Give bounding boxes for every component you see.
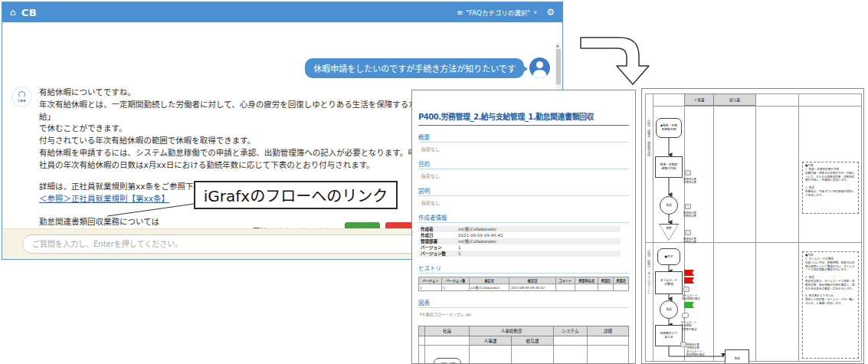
faq-selector-label: "FAQカテゴリの選択" <box>466 8 530 17</box>
scroll-up-icon[interactable]: ▲ <box>556 43 559 48</box>
note-caption: 残業申請書 休暇申請書 <box>683 212 696 218</box>
author-key: 作成者 <box>418 226 458 232</box>
section-overview-label: 概要 <box>418 133 629 143</box>
document-note-icon <box>685 170 691 175</box>
note-caption: タイムカード 勤怠情報 時刻等を確認 <box>681 321 696 331</box>
author-key: 作成日 <box>418 232 458 238</box>
flow-monthly-start-node: ●月次 <box>657 248 680 265</box>
history-row: 1 1 xx(株)Collaborator 2021-08-09 09:46:4… <box>419 284 629 291</box>
flow-header-hr: 人事課 <box>684 93 714 106</box>
author-key: バージョン数 <box>418 251 458 257</box>
flow-process-collect: 申請書のとり まとめ <box>655 325 683 346</box>
history-col: 修正日 <box>509 277 555 284</box>
work-note-box-2: ■作業 1. タイムカードの整理 社員ごとに月初、勤務時間、残業又は休暇分類等に… <box>802 251 859 359</box>
author-val: 2021-08-09 09:46:42 <box>458 233 503 238</box>
section-description-label: 説明 <box>418 186 629 196</box>
figure-file-name: P4-勤怠フロー・テンプレ.igx <box>420 311 629 316</box>
document-title: P400.労務管理_2.給与支給管理_1.勤怠関連書類回収 <box>418 110 629 126</box>
history-col: 修正者 <box>469 277 509 284</box>
document-note-icon <box>683 287 689 292</box>
history-cell <box>598 284 614 291</box>
history-col: バージョン数 <box>442 277 470 284</box>
section-purpose-label: 目的 <box>418 159 629 169</box>
user-message-row: 休暇申請をしたいのですが手続き方法が知りたいです <box>305 57 550 78</box>
lane-hr-dept: 人事総務部 <box>470 326 554 336</box>
history-cell: xx(株)Collaborator <box>469 284 509 291</box>
history-col: 承認者 <box>614 277 629 284</box>
home-icon[interactable]: ⌂ <box>10 7 16 18</box>
history-cell <box>575 284 598 291</box>
document-note-icon <box>680 342 686 347</box>
history-cell <box>555 284 575 291</box>
flow-preview-table: 社員 人事総務部 システム 詳細 人事課 給与課 ◆残業・休暇 申請発生時 <box>418 326 629 364</box>
comment-bubble-icon <box>682 313 689 318</box>
section-author-label: 作成者情報 <box>418 213 629 223</box>
user-message-bubble: 休暇申請をしたいのですが手続き方法が知りたいです <box>305 58 524 78</box>
flow-approval-node-1: 承認 <box>660 196 678 215</box>
lane-label-top: 社員（残業・休暇申請） <box>646 120 650 234</box>
bot-avatar-icon: CBB <box>11 87 32 107</box>
history-cell: 2021-08-09 09:46:42 <box>509 284 555 291</box>
history-col: 承認申込者 <box>575 277 598 284</box>
history-col: バージョン <box>419 277 442 284</box>
document-note-icon <box>685 230 691 235</box>
author-val: xx(株)Collaborator <box>458 226 496 232</box>
section-figure-label: 図表 <box>418 298 629 308</box>
author-val: xx(株)Collaborator <box>458 238 496 244</box>
note-caption: 残業申請書 休暇申請書 <box>683 238 696 244</box>
work-rules-link[interactable]: ＜参照＞正社員就業規則【第xx条】 <box>39 194 169 203</box>
history-cell: 1 <box>419 284 442 291</box>
igrafx-document-panel: P400.労務管理_2.給与支給管理_1.勤怠関連書類回収 概要 指定なし 目的… <box>411 90 636 364</box>
author-info-table: 作成者xx(株)Collaborator 作成日2021-08-09 09:46… <box>418 226 621 257</box>
section-history-label: ヒストリ <box>418 264 629 274</box>
user-avatar-icon <box>529 57 550 78</box>
sublane-payroll: 給与課 <box>512 336 554 346</box>
menu-icon: ≡ <box>457 8 463 17</box>
red-flag-icon <box>684 277 694 284</box>
chat-header: ⌂ CB ≡ "FAQカテゴリの選択" ∨ ⚙ <box>2 2 562 22</box>
author-key: 管理部署 <box>418 238 458 244</box>
section-purpose-value: 指定なし <box>421 172 629 179</box>
note-caption: 残業申請書 休暇申請書 <box>683 178 696 185</box>
flow-storage-node: 保管 <box>663 226 675 230</box>
lane-label-bottom: 社員（勤怠・タイムカード） <box>646 250 650 357</box>
bot-avatar-label: CBB <box>18 99 26 103</box>
elbow-arrow-shape <box>576 31 660 90</box>
red-flag-icon <box>684 270 694 276</box>
flow-approval-node-2: 承認 <box>660 300 678 319</box>
annotation-callout: iGrafxのフローへのリンク <box>194 181 398 209</box>
annotation-text: iGrafxのフローへのリンク <box>204 184 388 206</box>
history-cell: 1 <box>442 284 470 291</box>
history-col: コメント <box>555 277 575 284</box>
history-col: 承認日 <box>598 277 614 284</box>
note-caption: タイムカード 勤怠情報を確認 <box>682 294 700 301</box>
lane-system: システム <box>554 326 588 336</box>
history-cell <box>614 284 629 291</box>
note-caption: 残業申請書 休暇申請書 タイムカード 勤怠情報を確認 <box>686 343 705 357</box>
flow-start-node: ◆残業・休暇 申請発生時 <box>656 118 682 138</box>
author-val: 1 <box>458 245 461 250</box>
flow-process-timecard: タイムカード の整理 <box>655 271 683 294</box>
section-overview-value: 指定なし <box>421 146 629 152</box>
gear-icon[interactable]: ⚙ <box>546 7 555 18</box>
sublane-hr: 人事課 <box>470 336 512 346</box>
bot-logo-arc <box>18 91 25 98</box>
green-flag-icon <box>684 302 694 308</box>
app-title: CB <box>21 7 37 18</box>
author-val: 1 <box>458 251 461 256</box>
author-key: バージョン <box>418 244 458 251</box>
flow-approval-node-3: 承認 <box>725 349 749 364</box>
chat-scrollbar-thumb[interactable] <box>556 49 561 84</box>
faq-category-selector[interactable]: ≡ "FAQカテゴリの選択" ∨ <box>457 8 537 17</box>
section-description-value: 指定なし <box>421 199 629 206</box>
flow-process-create-request: 残業・休暇申 請書の作成 <box>655 156 683 178</box>
flow-header-payroll: 給与課 <box>713 93 756 106</box>
preview-start-node: ◆残業・休暇 申請発生時 <box>434 358 461 364</box>
history-table: バージョン バージョン数 修正者 修正日 コメント 承認申込者 承認日 承認者 … <box>418 277 629 291</box>
screenshot-stage: ⌂ CB ≡ "FAQカテゴリの選択" ∨ ⚙ 休暇申請をしたいのですが手続き方… <box>0 0 868 364</box>
lane-employee: 社員 <box>425 326 470 336</box>
igrafx-flowchart-panel: 人事課 給与課 社員（残業・休暇申請） 社員（勤怠・タイムカード） ◆残業・休暇… <box>641 88 864 364</box>
document-note-icon <box>685 204 691 209</box>
lane-detail: 詳細 <box>588 326 629 336</box>
chevron-down-icon: ∨ <box>533 9 537 15</box>
